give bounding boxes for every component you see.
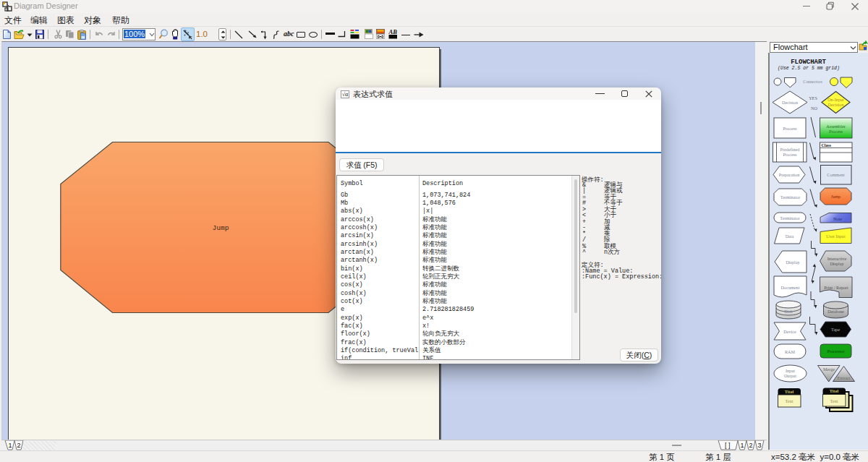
svg-text:Output: Output bbox=[784, 373, 796, 378]
svg-text:Note: Note bbox=[833, 216, 842, 221]
svg-text:Merge: Merge bbox=[823, 367, 835, 372]
svg-text:FLOWCHART: FLOWCHART bbox=[791, 59, 826, 66]
svg-text:3: 3 bbox=[757, 442, 761, 449]
svg-text:Data: Data bbox=[786, 234, 794, 239]
svg-text:Document: Document bbox=[781, 285, 800, 290]
svg-text:Extract: Extract bbox=[838, 375, 851, 380]
svg-text:2: 2 bbox=[749, 442, 752, 449]
svg-text:Interactive: Interactive bbox=[827, 256, 847, 261]
svg-text:2: 2 bbox=[17, 442, 20, 449]
svg-text:On-Input: On-Input bbox=[827, 97, 844, 102]
svg-text:Assembler: Assembler bbox=[826, 124, 845, 129]
svg-text:1: 1 bbox=[740, 442, 744, 449]
svg-text:Process: Process bbox=[783, 126, 797, 131]
svg-text:YES: YES bbox=[809, 95, 817, 100]
svg-text:Display: Display bbox=[786, 260, 800, 265]
svg-text:Titel: Titel bbox=[785, 389, 794, 394]
svg-text:Print / Report: Print / Report bbox=[824, 285, 848, 290]
svg-text:Input: Input bbox=[786, 368, 795, 373]
svg-text:Class: Class bbox=[822, 143, 832, 147]
svg-text:Display: Display bbox=[830, 261, 844, 266]
svg-text:(Use 2.5 or 5 mm grid): (Use 2.5 or 5 mm grid) bbox=[778, 66, 840, 71]
svg-text:Decision: Decision bbox=[782, 100, 798, 105]
svg-text:Comment: Comment bbox=[827, 172, 845, 177]
svg-text:Decision: Decision bbox=[828, 102, 844, 107]
svg-text:Terminator: Terminator bbox=[780, 215, 799, 221]
svg-text:User Input: User Input bbox=[826, 234, 846, 239]
svg-text:RAM: RAM bbox=[785, 349, 796, 354]
svg-text:Process: Process bbox=[829, 129, 843, 134]
svg-text:Device: Device bbox=[783, 329, 796, 334]
svg-text:1: 1 bbox=[8, 442, 12, 449]
svg-text:AB: AB bbox=[388, 29, 397, 35]
svg-text:Predefined: Predefined bbox=[780, 147, 801, 152]
svg-text:Processor: Processor bbox=[827, 348, 844, 354]
svg-text:Text: Text bbox=[786, 398, 793, 403]
svg-text:NO: NO bbox=[811, 106, 817, 111]
svg-text:Connectors: Connectors bbox=[803, 80, 822, 84]
svg-text:Jump: Jump bbox=[213, 224, 229, 232]
svg-text:Text: Text bbox=[830, 398, 838, 403]
svg-text:[ ]: [ ] bbox=[725, 442, 731, 449]
svg-text:Titel: Titel bbox=[830, 388, 839, 393]
svg-text:Process: Process bbox=[783, 152, 797, 157]
svg-text:Preparation: Preparation bbox=[779, 172, 800, 177]
svg-text:Database: Database bbox=[827, 309, 844, 314]
svg-text:Disk: Disk bbox=[784, 309, 793, 314]
svg-text:Terminator: Terminator bbox=[780, 194, 800, 200]
svg-text:Tape: Tape bbox=[831, 327, 840, 332]
svg-text:Jump: Jump bbox=[831, 194, 841, 199]
